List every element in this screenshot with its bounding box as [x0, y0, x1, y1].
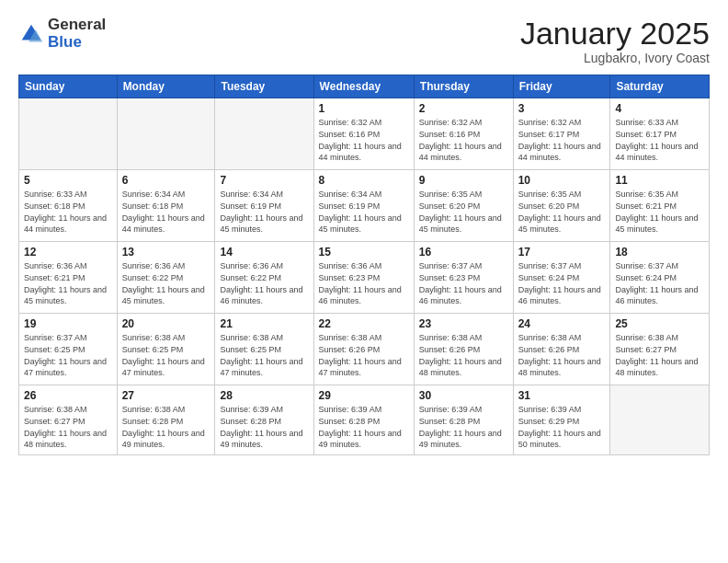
weekday-header-tuesday: Tuesday	[215, 75, 313, 98]
page: General Blue January 2025 Lugbakro, Ivor…	[0, 0, 728, 563]
day-info: Sunrise: 6:39 AM Sunset: 6:28 PM Dayligh…	[319, 404, 409, 450]
calendar-cell: 25Sunrise: 6:38 AM Sunset: 6:27 PM Dayli…	[610, 314, 710, 385]
day-info: Sunrise: 6:32 AM Sunset: 6:17 PM Dayligh…	[518, 117, 606, 163]
day-info: Sunrise: 6:38 AM Sunset: 6:28 PM Dayligh…	[122, 404, 210, 450]
day-info: Sunrise: 6:34 AM Sunset: 6:18 PM Dayligh…	[122, 189, 210, 235]
day-info: Sunrise: 6:32 AM Sunset: 6:16 PM Dayligh…	[419, 117, 508, 163]
day-info: Sunrise: 6:36 AM Sunset: 6:22 PM Dayligh…	[220, 260, 308, 306]
day-number: 8	[319, 174, 409, 187]
calendar-cell: 24Sunrise: 6:38 AM Sunset: 6:26 PM Dayli…	[513, 314, 610, 385]
day-number: 19	[24, 317, 112, 330]
title-block: January 2025 Lugbakro, Ivory Coast	[520, 17, 710, 65]
day-info: Sunrise: 6:33 AM Sunset: 6:17 PM Dayligh…	[615, 117, 704, 163]
day-number: 13	[122, 246, 210, 259]
calendar-cell: 20Sunrise: 6:38 AM Sunset: 6:25 PM Dayli…	[117, 314, 215, 385]
day-number: 26	[24, 389, 112, 402]
day-number: 20	[122, 317, 210, 330]
day-info: Sunrise: 6:38 AM Sunset: 6:27 PM Dayligh…	[615, 332, 704, 378]
weekday-header-row: SundayMondayTuesdayWednesdayThursdayFrid…	[19, 75, 710, 98]
day-info: Sunrise: 6:36 AM Sunset: 6:23 PM Dayligh…	[319, 260, 409, 306]
calendar-cell: 8Sunrise: 6:34 AM Sunset: 6:19 PM Daylig…	[313, 170, 414, 242]
day-info: Sunrise: 6:38 AM Sunset: 6:26 PM Dayligh…	[518, 332, 606, 378]
calendar-cell: 11Sunrise: 6:35 AM Sunset: 6:21 PM Dayli…	[610, 170, 710, 242]
day-number: 25	[615, 317, 704, 330]
calendar-cell: 15Sunrise: 6:36 AM Sunset: 6:23 PM Dayli…	[313, 242, 414, 314]
day-info: Sunrise: 6:35 AM Sunset: 6:21 PM Dayligh…	[615, 189, 704, 235]
day-info: Sunrise: 6:35 AM Sunset: 6:20 PM Dayligh…	[518, 189, 606, 235]
calendar-cell: 30Sunrise: 6:39 AM Sunset: 6:28 PM Dayli…	[414, 385, 513, 454]
day-info: Sunrise: 6:38 AM Sunset: 6:25 PM Dayligh…	[220, 332, 308, 378]
day-info: Sunrise: 6:35 AM Sunset: 6:20 PM Dayligh…	[419, 189, 508, 235]
day-number: 28	[220, 389, 308, 402]
day-number: 2	[419, 102, 508, 115]
calendar-cell: 5Sunrise: 6:33 AM Sunset: 6:18 PM Daylig…	[19, 170, 118, 242]
calendar-cell	[19, 98, 118, 170]
calendar-cell: 19Sunrise: 6:37 AM Sunset: 6:25 PM Dayli…	[19, 314, 118, 385]
calendar-cell	[610, 385, 710, 454]
day-number: 23	[419, 317, 508, 330]
day-number: 18	[615, 246, 704, 259]
day-info: Sunrise: 6:33 AM Sunset: 6:18 PM Dayligh…	[24, 189, 112, 235]
calendar-cell: 16Sunrise: 6:37 AM Sunset: 6:23 PM Dayli…	[414, 242, 513, 314]
day-number: 21	[220, 317, 308, 330]
calendar-cell: 31Sunrise: 6:39 AM Sunset: 6:29 PM Dayli…	[513, 385, 610, 454]
calendar-cell: 12Sunrise: 6:36 AM Sunset: 6:21 PM Dayli…	[19, 242, 118, 314]
day-number: 10	[518, 174, 606, 187]
calendar-cell: 29Sunrise: 6:39 AM Sunset: 6:28 PM Dayli…	[313, 385, 414, 454]
weekday-header-thursday: Thursday	[414, 75, 513, 98]
calendar-cell: 7Sunrise: 6:34 AM Sunset: 6:19 PM Daylig…	[215, 170, 313, 242]
calendar-cell: 18Sunrise: 6:37 AM Sunset: 6:24 PM Dayli…	[610, 242, 710, 314]
calendar-week-1: 1Sunrise: 6:32 AM Sunset: 6:16 PM Daylig…	[19, 98, 710, 170]
day-number: 6	[122, 174, 210, 187]
day-info: Sunrise: 6:39 AM Sunset: 6:28 PM Dayligh…	[220, 404, 308, 450]
day-number: 30	[419, 389, 508, 402]
weekday-header-sunday: Sunday	[19, 75, 118, 98]
day-info: Sunrise: 6:37 AM Sunset: 6:25 PM Dayligh…	[24, 332, 112, 378]
calendar-cell: 6Sunrise: 6:34 AM Sunset: 6:18 PM Daylig…	[117, 170, 215, 242]
calendar-cell	[215, 98, 313, 170]
calendar-week-5: 26Sunrise: 6:38 AM Sunset: 6:27 PM Dayli…	[19, 385, 710, 454]
day-info: Sunrise: 6:36 AM Sunset: 6:21 PM Dayligh…	[24, 260, 112, 306]
day-info: Sunrise: 6:34 AM Sunset: 6:19 PM Dayligh…	[319, 189, 409, 235]
logo: General Blue	[18, 17, 106, 51]
day-number: 12	[24, 246, 112, 259]
calendar-body: 1Sunrise: 6:32 AM Sunset: 6:16 PM Daylig…	[19, 98, 710, 454]
day-number: 16	[419, 246, 508, 259]
weekday-header-saturday: Saturday	[610, 75, 710, 98]
calendar-table: SundayMondayTuesdayWednesdayThursdayFrid…	[18, 75, 710, 454]
calendar-cell: 26Sunrise: 6:38 AM Sunset: 6:27 PM Dayli…	[19, 385, 118, 454]
calendar-week-4: 19Sunrise: 6:37 AM Sunset: 6:25 PM Dayli…	[19, 314, 710, 385]
calendar-week-3: 12Sunrise: 6:36 AM Sunset: 6:21 PM Dayli…	[19, 242, 710, 314]
weekday-header-wednesday: Wednesday	[313, 75, 414, 98]
calendar-cell: 9Sunrise: 6:35 AM Sunset: 6:20 PM Daylig…	[414, 170, 513, 242]
calendar-cell: 14Sunrise: 6:36 AM Sunset: 6:22 PM Dayli…	[215, 242, 313, 314]
logo-icon	[18, 21, 44, 47]
day-info: Sunrise: 6:38 AM Sunset: 6:25 PM Dayligh…	[122, 332, 210, 378]
location-subtitle: Lugbakro, Ivory Coast	[520, 51, 710, 65]
day-number: 1	[319, 102, 409, 115]
weekday-header-friday: Friday	[513, 75, 610, 98]
day-info: Sunrise: 6:37 AM Sunset: 6:24 PM Dayligh…	[518, 260, 606, 306]
day-info: Sunrise: 6:37 AM Sunset: 6:23 PM Dayligh…	[419, 260, 508, 306]
day-info: Sunrise: 6:37 AM Sunset: 6:24 PM Dayligh…	[615, 260, 704, 306]
day-number: 22	[319, 317, 409, 330]
day-number: 27	[122, 389, 210, 402]
logo-text: General Blue	[48, 17, 106, 51]
weekday-header-monday: Monday	[117, 75, 215, 98]
day-info: Sunrise: 6:38 AM Sunset: 6:26 PM Dayligh…	[419, 332, 508, 378]
day-info: Sunrise: 6:38 AM Sunset: 6:27 PM Dayligh…	[24, 404, 112, 450]
day-info: Sunrise: 6:39 AM Sunset: 6:28 PM Dayligh…	[419, 404, 508, 450]
day-info: Sunrise: 6:38 AM Sunset: 6:26 PM Dayligh…	[319, 332, 409, 378]
day-number: 24	[518, 317, 606, 330]
day-number: 7	[220, 174, 308, 187]
day-number: 15	[319, 246, 409, 259]
day-number: 4	[615, 102, 704, 115]
month-title: January 2025	[520, 17, 710, 51]
calendar-cell	[117, 98, 215, 170]
day-number: 31	[518, 389, 606, 402]
calendar-cell: 3Sunrise: 6:32 AM Sunset: 6:17 PM Daylig…	[513, 98, 610, 170]
day-info: Sunrise: 6:34 AM Sunset: 6:19 PM Dayligh…	[220, 189, 308, 235]
calendar-cell: 10Sunrise: 6:35 AM Sunset: 6:20 PM Dayli…	[513, 170, 610, 242]
calendar-cell: 17Sunrise: 6:37 AM Sunset: 6:24 PM Dayli…	[513, 242, 610, 314]
calendar-cell: 22Sunrise: 6:38 AM Sunset: 6:26 PM Dayli…	[313, 314, 414, 385]
